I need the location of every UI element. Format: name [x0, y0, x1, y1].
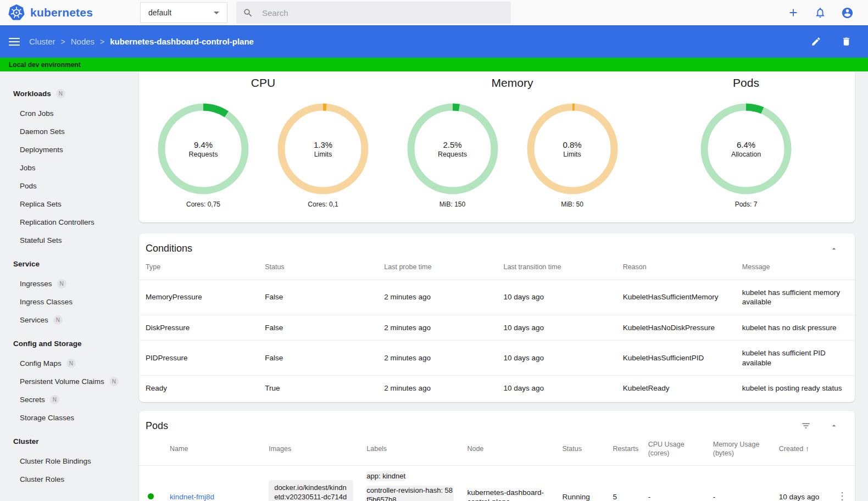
sidebar-item-daemon-sets[interactable]: Daemon Sets	[0, 123, 137, 141]
sidebar-section-label: Service	[13, 260, 40, 268]
column-header-labels: Labels	[360, 435, 460, 466]
conditions-cell-message: kubelet has sufficient PID available	[736, 341, 855, 376]
kubernetes-brand[interactable]: kubernetes	[8, 4, 93, 21]
column-header-status-dot	[139, 435, 163, 466]
search-input[interactable]	[261, 8, 504, 18]
pod-cell-restarts: 5	[607, 466, 642, 501]
breadcrumb-cluster[interactable]: Cluster	[29, 37, 55, 46]
top-header: kubernetes default	[0, 0, 868, 25]
sidebar-item-services[interactable]: ServicesN	[0, 311, 137, 329]
sidebar-item-cluster-roles[interactable]: Cluster Roles	[0, 470, 137, 488]
sidebar-section-label: Cluster	[13, 437, 39, 446]
delete-trash-icon[interactable]	[839, 35, 853, 48]
conditions-cell-last-probe-time: 2 minutes ago	[377, 280, 497, 315]
pod-cell-memory-usage: -	[706, 466, 772, 501]
chart-group-title: Memory	[387, 75, 637, 91]
main-content[interactable]: CPU9.4%RequestsCores: 0,751.3%LimitsCore…	[137, 71, 868, 501]
new-badge: N	[66, 359, 76, 368]
chart-group-title: Pods	[637, 75, 855, 91]
namespace-selector[interactable]: default	[140, 2, 227, 23]
chart-group-title: CPU	[139, 75, 387, 91]
label-chip: controller-revision-hash: 58f5b657b8	[366, 486, 454, 501]
conditions-cell-last-transition-time: 10 days ago	[497, 315, 616, 341]
sidebar-item-cluster-role-bindings[interactable]: Cluster Role Bindings	[0, 452, 137, 470]
kebab-menu-icon[interactable]: ⋮	[837, 491, 847, 501]
conditions-cell-status: False	[258, 280, 377, 315]
conditions-cell-type: DiskPressure	[139, 315, 258, 341]
sidebar-item-storage-classes[interactable]: Storage Classes	[0, 409, 137, 427]
pods-tbody: kindnet-fmj8ddocker.io/kindest/kindnetd:…	[139, 466, 855, 501]
pod-name-link[interactable]: kindnet-fmj8d	[170, 493, 214, 501]
sidebar-item-deployments[interactable]: Deployments	[0, 141, 137, 159]
conditions-cell-reason: KubeletHasSufficientMemory	[616, 280, 736, 315]
collapse-section-icon[interactable]	[830, 244, 838, 253]
sidebar-item-stateful-sets[interactable]: Stateful Sets	[0, 231, 137, 249]
search-bar[interactable]	[236, 2, 511, 24]
sidebar-item-label: Daemon Sets	[20, 127, 65, 136]
column-header-node: Node	[460, 435, 555, 466]
table-row[interactable]: ReadyTrue2 minutes ago10 days agoKubelet…	[139, 376, 855, 401]
notifications-bell-icon[interactable]	[814, 6, 827, 19]
sidebar-item-pods[interactable]: Pods	[0, 177, 137, 195]
pod-cell-created: 10 days ago	[772, 466, 831, 501]
new-badge: N	[50, 395, 59, 404]
sidebar-item-label: Persistent Volume Claims	[20, 377, 104, 386]
sidebar-item-replication-controllers[interactable]: Replication Controllers	[0, 213, 137, 231]
table-row[interactable]: PIDPressureFalse2 minutes ago10 days ago…	[139, 341, 855, 376]
collapse-section-icon[interactable]	[830, 421, 838, 430]
column-header-label: Restarts	[613, 445, 639, 453]
sidebar-section-service: Service	[0, 253, 137, 275]
column-header-last-probe-time: Last probe time	[377, 258, 497, 280]
conditions-cell-status: False	[258, 315, 377, 341]
add-resource-button[interactable]	[787, 6, 800, 19]
column-header-message: Message	[736, 258, 855, 280]
label-chip: app: kindnet	[366, 471, 405, 481]
conditions-cell-last-probe-time: 2 minutes ago	[377, 341, 497, 376]
user-profile-icon[interactable]	[841, 6, 854, 19]
chart-group-pods: Pods6.4%AllocationPods: 7	[637, 74, 855, 222]
usage-charts-card: CPU9.4%RequestsCores: 0,751.3%LimitsCore…	[139, 71, 855, 222]
column-header-label: Memory Usage (bytes)	[713, 441, 760, 457]
sidebar-item-label: Secrets	[20, 396, 45, 404]
chevron-right-icon: >	[100, 37, 104, 46]
table-row[interactable]: kindnet-fmj8ddocker.io/kindest/kindnetd:…	[139, 466, 855, 501]
chart-group-cpu: CPU9.4%RequestsCores: 0,751.3%LimitsCore…	[139, 74, 387, 222]
donut-cpu-requests: 9.4%RequestsCores: 0,75	[157, 102, 250, 208]
sidebar-item-secrets[interactable]: SecretsN	[0, 391, 137, 409]
chevron-right-icon: >	[61, 37, 65, 46]
sidebar-item-ingresses[interactable]: IngressesN	[0, 275, 137, 293]
sidebar-item-config-maps[interactable]: Config MapsN	[0, 354, 137, 372]
search-icon	[243, 8, 253, 18]
column-header-label: CPU Usage (cores)	[648, 441, 685, 457]
column-header-cpu-usage-cores: CPU Usage (cores)	[642, 435, 706, 466]
table-row[interactable]: MemoryPressureFalse2 minutes ago10 days …	[139, 280, 855, 315]
menu-icon[interactable]	[9, 36, 20, 48]
sidebar-item-cron-jobs[interactable]: Cron Jobs	[0, 104, 137, 123]
sidebar-item-ingress-classes[interactable]: Ingress Classes	[0, 293, 137, 311]
donut-ring: 0.8%Limits	[526, 102, 619, 196]
table-row[interactable]: DiskPressureFalse2 minutes ago10 days ag…	[139, 315, 855, 341]
sidebar-item-persistent-volume-claims[interactable]: Persistent Volume ClaimsN	[0, 372, 137, 391]
sidebar-section-workloads: WorkloadsN	[0, 82, 137, 104]
chart-group-memory: Memory2.5%RequestsMiB: 1500.8%LimitsMiB:…	[387, 74, 637, 222]
pod-cell-name: kindnet-fmj8d	[163, 466, 262, 501]
sidebar-item-label: Cluster Roles	[20, 475, 64, 483]
conditions-cell-last-probe-time: 2 minutes ago	[377, 315, 497, 341]
sidebar-item-jobs[interactable]: Jobs	[0, 159, 137, 177]
donut-footer-label: MiB: 50	[526, 201, 619, 208]
filter-icon[interactable]	[801, 421, 811, 431]
column-header-label: Node	[467, 445, 483, 453]
sidebar-item-label: Jobs	[20, 164, 36, 172]
pod-cell-actions: ⋮	[831, 466, 855, 501]
donut-ring: 2.5%Requests	[406, 102, 499, 196]
new-badge: N	[53, 315, 63, 325]
new-badge: N	[56, 89, 65, 98]
conditions-table: TypeStatusLast probe timeLast transition…	[139, 258, 855, 401]
breadcrumb-nodes[interactable]: Nodes	[71, 37, 94, 46]
sidebar-item-label: Replica Sets	[20, 200, 62, 208]
column-header-label: Labels	[366, 445, 387, 453]
sidebar-nav[interactable]: WorkloadsNCron JobsDaemon SetsDeployment…	[0, 71, 137, 501]
sidebar-item-replica-sets[interactable]: Replica Sets	[0, 195, 137, 213]
edit-pencil-icon[interactable]	[809, 35, 822, 48]
column-header-type: Type	[139, 258, 258, 280]
